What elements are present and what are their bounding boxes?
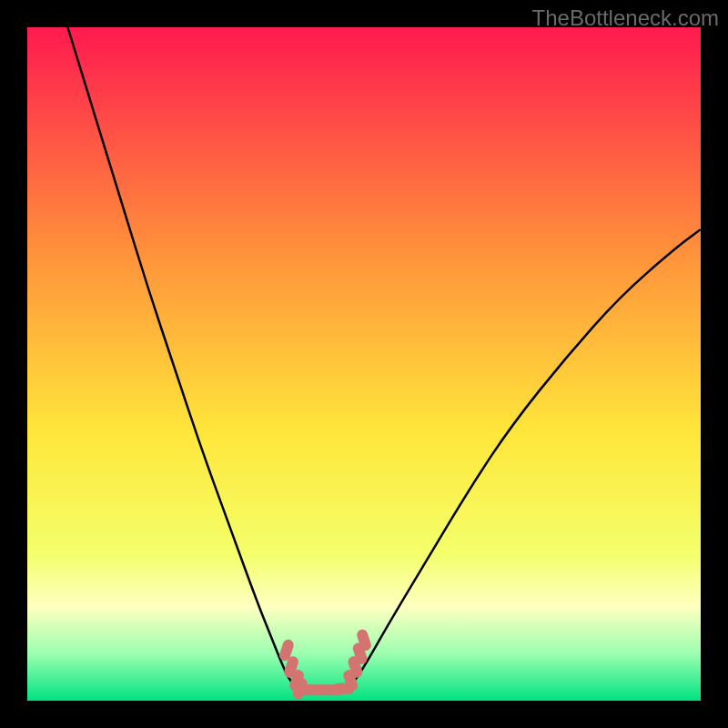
plot-area xyxy=(27,27,701,701)
chart-frame: TheBottleneck.com xyxy=(0,0,728,728)
curve-layer xyxy=(27,27,701,701)
bottleneck-curve xyxy=(67,27,701,687)
